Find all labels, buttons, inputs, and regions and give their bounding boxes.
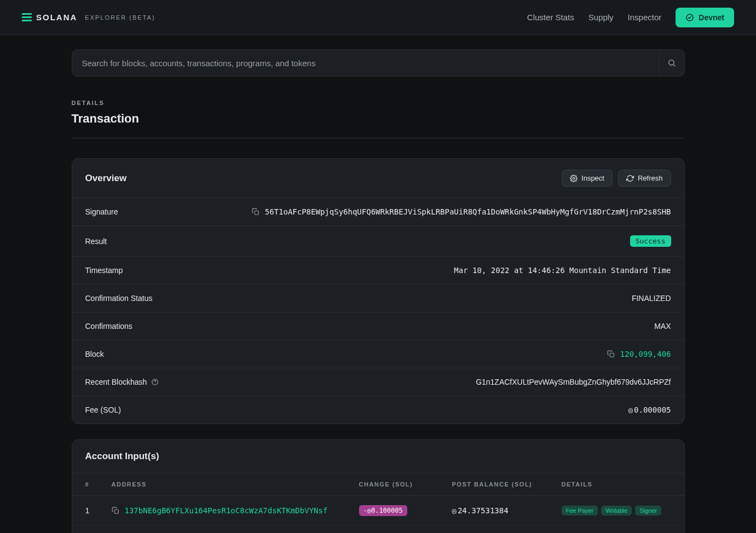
- col-num: #: [85, 481, 112, 488]
- row-result: Result Success: [72, 225, 684, 256]
- copy-icon[interactable]: [112, 507, 119, 514]
- explorer-tag: EXPLORER (BETA): [85, 14, 155, 21]
- nav-inspector[interactable]: Inspector: [628, 13, 662, 22]
- table-row: 2 Writable: [72, 525, 684, 533]
- col-address: ADDRESS: [112, 481, 359, 488]
- value-block[interactable]: 120,099,406: [620, 350, 671, 358]
- row-details: Fee Payer Writable Signer: [562, 506, 671, 515]
- svg-rect-4: [610, 353, 614, 357]
- value-timestamp: Mar 10, 2022 at 14:46:26 Mountain Standa…: [454, 266, 671, 275]
- label-confirmations: Confirmations: [85, 322, 132, 331]
- search-icon: [667, 59, 676, 67]
- search-bar: [72, 49, 685, 77]
- tag-signer: Signer: [635, 506, 661, 515]
- cluster-label: Devnet: [699, 13, 724, 22]
- cluster-select-button[interactable]: Devnet: [676, 8, 734, 27]
- svg-rect-6: [114, 509, 118, 513]
- value-confirmations: MAX: [654, 322, 671, 331]
- check-circle-icon: [685, 13, 694, 22]
- brand-text: SOLANA: [36, 13, 77, 22]
- value-confirmation-status: FINALIZED: [632, 294, 671, 303]
- row-confirmations: Confirmations MAX: [72, 312, 684, 340]
- row-recent-blockhash: Recent Blockhash G1n1ZACfXULtPevWAySmBub…: [72, 368, 684, 396]
- logo[interactable]: SOLANA: [22, 13, 77, 22]
- col-details: DETAILS: [562, 481, 671, 488]
- copy-icon[interactable]: [607, 350, 615, 358]
- accounts-title: Account Input(s): [85, 451, 159, 462]
- row-fee: Fee (SOL) 0.000005: [72, 396, 684, 424]
- label-signature: Signature: [85, 207, 118, 216]
- header: SOLANA EXPLORER (BETA) Cluster Stats Sup…: [0, 0, 756, 35]
- nav-supply[interactable]: Supply: [588, 13, 614, 22]
- overview-card: Overview Inspect Refresh Signature 56T1o…: [72, 158, 685, 424]
- label-fee: Fee (SOL): [85, 405, 121, 414]
- tag-writable: Writable: [601, 506, 632, 515]
- overview-title: Overview: [85, 173, 127, 184]
- row-post-balance: 24.37531384: [452, 506, 509, 515]
- accounts-table-header: # ADDRESS CHANGE (SOL) POST BALANCE (SOL…: [72, 473, 684, 495]
- page-title: Transaction: [72, 112, 685, 126]
- label-result: Result: [85, 237, 107, 246]
- refresh-button[interactable]: Refresh: [618, 170, 671, 187]
- inspect-label: Inspect: [581, 174, 604, 182]
- search-button[interactable]: [659, 50, 684, 76]
- label-timestamp: Timestamp: [85, 266, 123, 275]
- logo-group: SOLANA EXPLORER (BETA): [22, 13, 155, 22]
- nav-group: Cluster Stats Supply Inspector Devnet: [527, 8, 734, 27]
- value-fee: 0.000005: [628, 405, 671, 414]
- table-row: 1 137bNE6gB6YFLXu164PesR1oC8cWzA7dsKTKmD…: [72, 495, 684, 525]
- value-signature: 56T1oAFcP8EWpjqSy6hqUFQ6WRkRBEJViSpkLRBP…: [265, 207, 671, 216]
- result-badge: Success: [630, 235, 671, 247]
- nav-cluster-stats[interactable]: Cluster Stats: [527, 13, 574, 22]
- refresh-icon: [626, 175, 634, 182]
- accounts-card: Account Input(s) # ADDRESS CHANGE (SOL) …: [72, 439, 685, 533]
- gear-icon: [570, 175, 578, 182]
- row-num: 1: [85, 506, 112, 515]
- tag-fee-payer: Fee Payer: [562, 506, 598, 515]
- row-confirmation-status: Confirmation Status FINALIZED: [72, 284, 684, 312]
- refresh-label: Refresh: [638, 174, 663, 182]
- search-input[interactable]: [72, 59, 659, 68]
- row-timestamp: Timestamp Mar 10, 2022 at 14:46:26 Mount…: [72, 256, 684, 284]
- svg-point-2: [573, 177, 575, 179]
- col-post-balance: POST BALANCE (SOL): [452, 481, 562, 488]
- row-block: Block 120,099,406: [72, 340, 684, 368]
- help-icon[interactable]: [151, 378, 159, 386]
- value-recent-blockhash: G1n1ZACfXULtPevWAySmBubgZnGhybf679dv6JJc…: [476, 378, 671, 386]
- copy-icon[interactable]: [252, 208, 259, 216]
- row-change: -◎0.100005: [359, 505, 407, 516]
- label-confirmation-status: Confirmation Status: [85, 294, 153, 303]
- col-change: CHANGE (SOL): [359, 481, 452, 488]
- page-pretitle: DETAILS: [72, 100, 685, 106]
- logo-icon: [22, 13, 32, 21]
- divider: [72, 138, 685, 138]
- label-recent-blockhash: Recent Blockhash: [85, 378, 147, 386]
- inspect-button[interactable]: Inspect: [562, 170, 613, 187]
- svg-rect-3: [255, 211, 258, 215]
- row-address[interactable]: 137bNE6gB6YFLXu164PesR1oC8cWzA7dsKTKmDbV…: [125, 506, 328, 515]
- label-block: Block: [85, 350, 104, 358]
- row-signature: Signature 56T1oAFcP8EWpjqSy6hqUFQ6WRkRBE…: [72, 198, 684, 225]
- svg-point-1: [669, 60, 674, 65]
